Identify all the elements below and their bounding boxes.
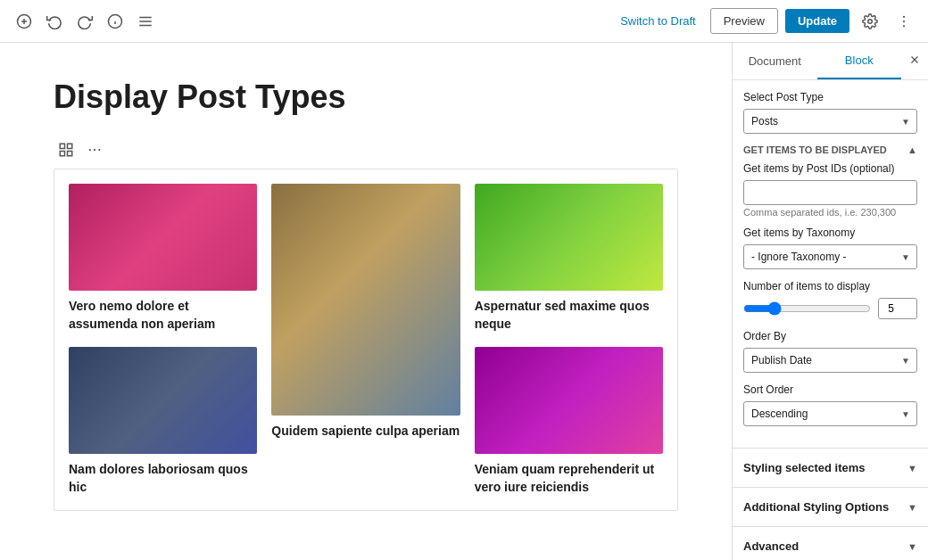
svg-point-11 — [903, 20, 905, 21]
accordion-area: Styling selected items ▼ Additional Styl… — [733, 448, 928, 560]
post-image — [69, 184, 257, 291]
main-layout: Display Post Types Vero nemo dolore et a… — [0, 43, 928, 560]
grid-view-button[interactable] — [54, 137, 79, 165]
block-options-button[interactable] — [82, 137, 107, 165]
post-title: Quidem sapiente culpa aperiam — [271, 423, 460, 441]
tab-document[interactable]: Document — [733, 43, 817, 79]
styling-selected-chevron-icon: ▼ — [907, 463, 917, 474]
sidebar-content: Select Post Type Posts Pages Custom Post… — [733, 80, 928, 448]
svg-point-12 — [903, 25, 905, 27]
get-by-ids-label: Get items by Post IDs (optional) — [743, 162, 917, 175]
order-by-wrapper: Publish Date Title Random ID ▼ — [743, 348, 917, 373]
posts-container: Vero nemo dolore et assumenda non aperia… — [54, 169, 678, 511]
more-options-button[interactable] — [891, 8, 917, 35]
number-of-items-label: Number of items to display — [743, 280, 917, 292]
post-title: Nam dolores laboriosam quos hic — [69, 461, 257, 496]
get-items-section-header[interactable]: Get items to be displayed ▲ — [743, 144, 917, 155]
posts-grid: Vero nemo dolore et assumenda non aperia… — [69, 184, 663, 496]
order-by-label: Order By — [743, 330, 917, 342]
close-sidebar-button[interactable] — [901, 43, 928, 79]
select-post-type-wrapper: Posts Pages Custom Post Type ▼ — [743, 109, 917, 134]
number-of-items-slider[interactable] — [743, 301, 871, 316]
additional-styling-label: Additional Styling Options — [743, 500, 889, 514]
post-title: Veniam quam reprehenderit ut vero iure r… — [475, 461, 663, 496]
sidebar-tabs: Document Block — [733, 43, 928, 80]
sort-order-select[interactable]: Descending Ascending — [743, 401, 917, 426]
page-title: Display Post Types — [54, 78, 678, 116]
get-by-ids-input[interactable] — [743, 180, 917, 205]
order-by-select[interactable]: Publish Date Title Random ID — [743, 348, 917, 373]
sort-order-label: Sort Order — [743, 383, 917, 396]
advanced-chevron-icon: ▼ — [907, 541, 917, 552]
get-items-chevron-icon: ▲ — [907, 144, 917, 155]
get-by-taxonomy-label: Get items by Taxonomy — [743, 226, 917, 239]
post-item: Veniam quam reprehenderit ut vero iure r… — [475, 347, 663, 496]
advanced-section: Advanced ▼ — [733, 527, 928, 560]
settings-button[interactable] — [857, 8, 883, 35]
svg-rect-14 — [68, 144, 72, 148]
svg-rect-16 — [68, 152, 72, 156]
advanced-header[interactable]: Advanced ▼ — [733, 527, 928, 560]
post-item: Vero nemo dolore et assumenda non aperia… — [69, 184, 257, 333]
redo-button[interactable] — [71, 8, 98, 35]
sort-order-wrapper: Descending Ascending ▼ — [743, 401, 917, 426]
post-item: Quidem sapiente culpa aperiam — [271, 184, 460, 496]
post-title: Vero nemo dolore et assumenda non aperia… — [69, 298, 257, 333]
number-of-items-number-input[interactable] — [878, 298, 917, 319]
preview-button[interactable]: Preview — [710, 8, 778, 34]
get-by-taxonomy-wrapper: - Ignore Taxonomy - Category Tag ▼ — [743, 244, 917, 269]
get-by-taxonomy-select[interactable]: - Ignore Taxonomy - Category Tag — [743, 244, 917, 269]
update-button[interactable]: Update — [785, 9, 849, 33]
svg-point-18 — [94, 149, 95, 151]
sidebar: Document Block Select Post Type Posts Pa… — [732, 43, 928, 560]
additional-styling-header[interactable]: Additional Styling Options ▼ — [733, 488, 928, 526]
svg-point-9 — [868, 19, 873, 23]
add-block-button[interactable] — [11, 8, 37, 35]
switch-to-draft-button[interactable]: Switch to Draft — [613, 9, 703, 33]
select-post-type[interactable]: Posts Pages Custom Post Type — [743, 109, 917, 134]
number-of-items-row — [743, 298, 917, 319]
post-image — [475, 347, 663, 454]
post-title: Aspernatur sed maxime quos neque — [475, 298, 663, 333]
svg-point-10 — [903, 15, 905, 17]
toolbar-right: Switch to Draft Preview Update — [613, 8, 917, 35]
toolbar-left — [11, 8, 159, 35]
block-toolbar — [54, 137, 678, 165]
styling-selected-header[interactable]: Styling selected items ▼ — [733, 449, 928, 487]
svg-rect-15 — [60, 152, 64, 156]
post-item: Aspernatur sed maxime quos neque — [475, 184, 663, 333]
post-image — [475, 184, 663, 291]
svg-point-17 — [89, 149, 91, 151]
svg-rect-13 — [60, 144, 64, 148]
styling-selected-section: Styling selected items ▼ — [733, 449, 928, 488]
toolbar: Switch to Draft Preview Update — [0, 0, 928, 43]
advanced-label: Advanced — [743, 539, 799, 553]
styling-selected-label: Styling selected items — [743, 461, 866, 474]
undo-button[interactable] — [41, 8, 68, 35]
tab-block[interactable]: Block — [817, 43, 902, 79]
post-item: Nam dolores laboriosam quos hic — [69, 347, 257, 496]
get-items-label: Get items to be displayed — [743, 144, 887, 155]
additional-styling-chevron-icon: ▼ — [907, 502, 917, 513]
post-image — [271, 184, 460, 416]
additional-styling-section: Additional Styling Options ▼ — [733, 488, 928, 527]
svg-point-19 — [98, 149, 100, 151]
post-image — [69, 347, 257, 454]
get-by-ids-hint: Comma separated ids, i.e. 230,300 — [743, 207, 917, 218]
list-view-button[interactable] — [132, 8, 159, 35]
info-button[interactable] — [102, 8, 128, 35]
editor-area: Display Post Types Vero nemo dolore et a… — [0, 43, 732, 560]
select-post-type-label: Select Post Type — [743, 91, 917, 103]
